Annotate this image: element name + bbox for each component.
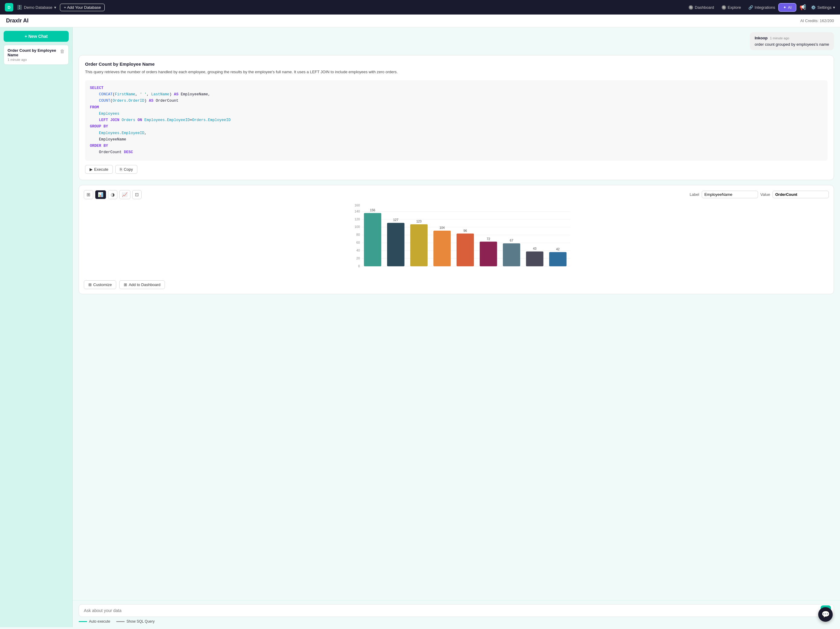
chat-toggles: Auto execute Show SQL Query xyxy=(79,619,834,624)
user-message-area: Inkoop 1 minute ago order count grouped … xyxy=(73,27,840,53)
database-icon: 🗄️ xyxy=(17,5,22,10)
svg-text:20: 20 xyxy=(357,256,360,260)
response-area: Order Count by Employee Name This query … xyxy=(73,53,840,299)
new-chat-button[interactable]: + New Chat xyxy=(4,31,69,42)
topnav-right-area: 📢 ⚙️ Settings ▾ xyxy=(799,4,835,11)
chart-toolbar: ⊞ 📊 ◑ 📈 ⊡ Label Value xyxy=(84,190,829,199)
svg-text:127: 127 xyxy=(393,218,398,221)
user-message-text: order count grouped by employees's name xyxy=(755,42,829,47)
nav-explore[interactable]: 🔘Explore xyxy=(722,5,741,10)
customize-button[interactable]: ⊞ Customize xyxy=(84,280,116,289)
main-content: Inkoop 1 minute ago order count grouped … xyxy=(73,27,840,627)
svg-text:72: 72 xyxy=(486,237,490,240)
query-card-title: Order Count by Employee Name xyxy=(85,62,827,66)
execute-button[interactable]: ▶ Execute xyxy=(85,165,113,174)
chat-history-time: 1 minute ago xyxy=(8,58,60,62)
chat-bubble-button[interactable]: 💬 xyxy=(818,607,833,622)
chat-bubble-icon: 💬 xyxy=(821,610,830,618)
svg-text:156: 156 xyxy=(370,208,376,212)
ai-credits: AI Credits: 162/200 xyxy=(801,19,834,23)
svg-rect-33 xyxy=(549,252,567,266)
chat-history-item[interactable]: Order Count by Employee Name 1 minute ag… xyxy=(4,45,69,65)
nav-integrations[interactable]: 🔗Integrations xyxy=(748,5,775,10)
svg-text:123: 123 xyxy=(416,220,422,223)
user-avatar: Inkoop xyxy=(755,36,768,40)
svg-text:140: 140 xyxy=(355,209,360,213)
svg-text:42: 42 xyxy=(556,247,560,251)
query-card-description: This query retrieves the number of order… xyxy=(85,69,827,75)
chat-input-box: ➤ xyxy=(79,604,834,617)
app-header: Draxlr AI AI Credits: 162/200 xyxy=(0,14,840,27)
chart-type-scatter[interactable]: ⊡ xyxy=(132,190,142,199)
auto-execute-label: Auto execute xyxy=(89,619,110,624)
add-icon: ⊞ xyxy=(124,283,127,287)
add-dashboard-button[interactable]: ⊞ Add to Dashboard xyxy=(119,280,165,289)
svg-text:80: 80 xyxy=(357,233,360,236)
svg-text:100: 100 xyxy=(355,225,360,229)
ai-sparkle-icon: ✦ xyxy=(783,5,786,10)
bar-chart-svg: 0 20 40 60 80 100 120 140 160 xyxy=(95,204,829,270)
chart-type-table[interactable]: ⊞ xyxy=(84,190,93,199)
svg-rect-21 xyxy=(411,224,428,266)
gear-icon: ⚙️ xyxy=(811,5,816,10)
chart-type-line[interactable]: 📈 xyxy=(119,190,130,199)
svg-rect-17 xyxy=(364,213,381,266)
svg-text:60: 60 xyxy=(357,241,360,244)
chat-input[interactable] xyxy=(79,604,834,617)
chart-card: ⊞ 📊 ◑ 📈 ⊡ Label Value xyxy=(79,185,834,294)
svg-text:96: 96 xyxy=(464,229,467,232)
svg-rect-29 xyxy=(503,243,520,266)
user-message-bubble: Inkoop 1 minute ago order count grouped … xyxy=(750,32,834,50)
svg-text:120: 120 xyxy=(355,217,360,221)
copy-button[interactable]: ⎘ Copy xyxy=(115,165,137,174)
database-selector[interactable]: 🗄️ Demo Database ▾ xyxy=(17,5,56,10)
show-sql-indicator xyxy=(116,621,125,622)
chat-history-title: Order Count by Employee Name xyxy=(8,48,60,57)
copy-icon: ⎘ xyxy=(120,167,122,172)
svg-rect-31 xyxy=(526,251,543,266)
app-logo: D xyxy=(5,3,13,11)
chat-input-area: ➤ Auto execute Show SQL Query xyxy=(73,600,840,627)
svg-text:40: 40 xyxy=(357,248,360,252)
show-sql-toggle[interactable]: Show SQL Query xyxy=(116,619,155,624)
svg-text:0: 0 xyxy=(358,264,360,267)
label-field-input[interactable] xyxy=(702,191,758,198)
query-card: Order Count by Employee Name This query … xyxy=(79,55,834,180)
top-navigation: D 🗄️ Demo Database ▾ + Add Your Database… xyxy=(0,0,840,14)
bar-chart-container: 0 20 40 60 80 100 120 140 160 xyxy=(84,204,829,277)
sql-code-block: SELECT CONCAT(FirstName, ' ', LastName) … xyxy=(85,80,827,161)
customize-icon: ⊞ xyxy=(88,283,92,287)
chart-type-pie[interactable]: ◑ xyxy=(108,190,117,199)
svg-rect-19 xyxy=(387,223,404,266)
ai-button[interactable]: ✦ AI xyxy=(779,4,796,11)
label-field-label: Label xyxy=(690,192,699,197)
delete-chat-icon[interactable]: 🗑 xyxy=(60,49,65,54)
play-icon: ▶ xyxy=(90,167,93,172)
app-title: Draxlr AI xyxy=(6,17,28,24)
chart-type-bar[interactable]: 📊 xyxy=(95,190,106,199)
auto-execute-indicator xyxy=(79,621,87,622)
value-field-input[interactable] xyxy=(772,191,829,198)
add-database-button[interactable]: + Add Your Database xyxy=(60,4,105,11)
message-timestamp: 1 minute ago xyxy=(770,36,789,40)
svg-text:67: 67 xyxy=(510,239,513,242)
value-field-label: Value xyxy=(760,192,770,197)
nav-dashboard[interactable]: 🔘Dashboard xyxy=(688,5,714,10)
notification-icon[interactable]: 📢 xyxy=(799,4,806,11)
settings-link[interactable]: ⚙️ Settings ▾ xyxy=(811,5,835,10)
auto-execute-toggle[interactable]: Auto execute xyxy=(79,619,110,624)
show-sql-label: Show SQL Query xyxy=(126,619,155,624)
main-layout: + New Chat Order Count by Employee Name … xyxy=(0,27,840,627)
svg-rect-25 xyxy=(456,233,474,266)
nav-links: 🔘Dashboard 🔘Explore 🔗Integrations xyxy=(688,5,775,10)
code-actions: ▶ Execute ⎘ Copy xyxy=(85,165,827,174)
svg-text:104: 104 xyxy=(439,226,445,229)
svg-rect-23 xyxy=(433,231,450,266)
svg-rect-27 xyxy=(480,242,497,266)
svg-text:43: 43 xyxy=(533,247,537,250)
sidebar: + New Chat Order Count by Employee Name … xyxy=(0,27,73,627)
chart-bottom-actions: ⊞ Customize ⊞ Add to Dashboard xyxy=(84,280,829,289)
svg-text:160: 160 xyxy=(355,204,360,207)
